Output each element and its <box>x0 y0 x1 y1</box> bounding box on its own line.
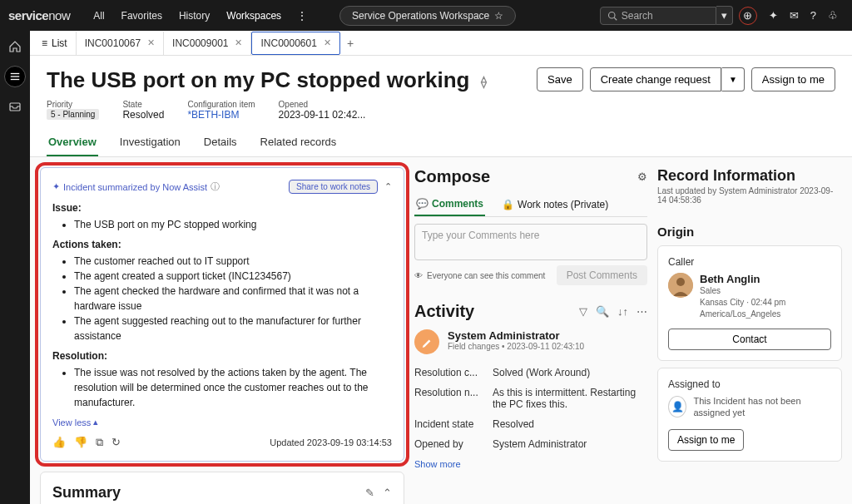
close-icon[interactable]: ✕ <box>324 37 331 48</box>
issue-item: The USB port on my PC stopped working <box>74 217 392 232</box>
resolution-heading: Resolution: <box>52 350 392 362</box>
record-information: Record Information Last updated by Syste… <box>657 167 842 205</box>
copy-icon[interactable]: ⧉ <box>96 436 103 449</box>
page-title: The USB port on my PC stopped working ⟠ <box>47 67 487 93</box>
create-change-button[interactable]: Create change request <box>590 67 721 91</box>
tab-list[interactable]: ≡ List <box>33 32 77 55</box>
chevron-up-icon[interactable]: ⌃ <box>384 181 392 192</box>
compose-tab-worknotes[interactable]: 🔒Work notes (Private) <box>500 193 610 216</box>
meta-priority: Priority 5 - Planning <box>47 100 99 121</box>
sort-icon[interactable]: ↓↑ <box>617 305 628 318</box>
left-rail <box>0 31 30 504</box>
visibility-note: 👁 Everyone can see this comment <box>414 271 545 280</box>
subtabs: Overview Investigation Details Related r… <box>30 129 852 157</box>
globe-icon[interactable]: ⊕ <box>733 7 763 25</box>
tab-inc0000601[interactable]: INC0000601✕ <box>251 32 339 55</box>
search-icon <box>607 11 617 21</box>
sparkle-icon[interactable]: ✦ <box>763 9 784 22</box>
action-item: The customer reached out to IT support <box>74 254 392 269</box>
thumbs-up-icon[interactable]: 👍 <box>52 436 66 449</box>
assign-to-me-button[interactable]: Assign to me <box>668 429 744 451</box>
now-assist-card: ✦ Incident summarized by Now Assist ⓘ Sh… <box>40 167 404 462</box>
chat-icon[interactable]: ✉ <box>784 9 805 22</box>
svg-line-1 <box>614 17 617 20</box>
record-header: The USB port on my PC stopped working ⟠ … <box>30 56 852 93</box>
global-search[interactable]: Search <box>600 7 716 25</box>
issue-heading: Issue: <box>52 202 392 214</box>
subtab-related[interactable]: Related records <box>259 129 339 156</box>
tab-inc0010067[interactable]: INC0010067✕ <box>77 32 164 55</box>
thumbs-down-icon[interactable]: 👎 <box>74 436 87 449</box>
meta-state: State Resolved <box>122 100 164 121</box>
resolution-item: The issue was not resolved by the action… <box>74 365 392 410</box>
bell-icon[interactable]: ♧ <box>822 9 844 22</box>
list-icon[interactable] <box>4 66 26 87</box>
caller-name[interactable]: Beth Anglin <box>700 273 785 285</box>
compose-settings-icon[interactable]: ⚙ <box>637 170 647 183</box>
ci-link[interactable]: *BETH-IBM <box>187 109 255 121</box>
workspace-pill[interactable]: Service Operations Workspace ☆ <box>339 6 516 26</box>
chat-icon: 💬 <box>416 198 428 210</box>
filter-icon[interactable]: ▽ <box>579 305 587 318</box>
new-tab-icon[interactable]: + <box>340 37 360 50</box>
record-info-subtitle: Last updated by System Administrator 202… <box>657 186 842 205</box>
share-to-work-notes-button[interactable]: Share to work notes <box>289 180 378 194</box>
search-icon[interactable]: 🔍 <box>596 305 609 318</box>
subtab-investigation[interactable]: Investigation <box>118 129 182 156</box>
tab-inc0009001[interactable]: INC0009001✕ <box>164 32 251 55</box>
sparkle-icon: ✦ <box>52 181 60 192</box>
refresh-icon[interactable]: ↻ <box>111 436 121 449</box>
caller-label: Caller <box>668 256 831 268</box>
tag-icon[interactable]: ⟠ <box>481 75 487 88</box>
topnav: servicenow All Favorites History Workspa… <box>0 0 852 31</box>
origin-heading: Origin <box>657 225 842 239</box>
field-changes: Resolution c...Solved (Work Around) Reso… <box>414 363 647 454</box>
user-icon: 👤 <box>668 396 686 418</box>
create-change-dropdown-icon[interactable]: ▼ <box>721 67 745 91</box>
post-comments-button[interactable]: Post Comments <box>557 265 647 285</box>
home-icon[interactable] <box>4 36 26 57</box>
show-more-link[interactable]: Show more <box>414 459 647 469</box>
avatar <box>668 273 693 298</box>
svg-point-7 <box>676 278 685 286</box>
nav-more-icon[interactable]: ⋮ <box>290 9 315 22</box>
inbox-icon[interactable] <box>4 96 26 117</box>
assigned-card: Assigned to 👤 This Incident has not been… <box>657 368 842 462</box>
tabstrip: ≡ List INC0010067✕ INC0009001✕ INC000060… <box>30 31 852 56</box>
close-icon[interactable]: ✕ <box>235 37 242 48</box>
caller-dept: Sales <box>700 285 785 297</box>
subtab-overview[interactable]: Overview <box>47 129 98 156</box>
comment-input[interactable]: Type your Comments here <box>414 224 647 260</box>
assigned-label: Assigned to <box>668 378 831 390</box>
nav-favorites[interactable]: Favorites <box>113 10 171 22</box>
activity-heading: Activity <box>414 302 474 321</box>
activity-entry: System Administrator Field changes • 202… <box>414 329 647 354</box>
info-icon[interactable]: ⓘ <box>211 180 220 193</box>
compose-tab-comments[interactable]: 💬Comments <box>414 193 485 216</box>
action-item: The agent suggested reaching out to the … <box>74 314 392 343</box>
search-dropdown-icon[interactable]: ▾ <box>716 6 733 25</box>
view-less-link[interactable]: View less▴ <box>52 417 392 427</box>
caller-tz: America/Los_Angeles <box>700 309 785 320</box>
nav-workspaces[interactable]: Workspaces <box>218 10 290 22</box>
main: ≡ List INC0010067✕ INC0009001✕ INC000060… <box>30 31 852 504</box>
logo[interactable]: servicenow <box>8 8 70 22</box>
assign-to-me-button[interactable]: Assign to me <box>751 67 835 91</box>
chevron-up-icon[interactable]: ⌃ <box>383 487 392 499</box>
actions-heading: Actions taken: <box>52 239 392 250</box>
help-icon[interactable]: ? <box>805 9 822 22</box>
record-meta: Priority 5 - Planning State Resolved Con… <box>30 93 852 129</box>
star-icon: ☆ <box>494 10 503 22</box>
save-button[interactable]: Save <box>537 67 583 91</box>
subtab-details[interactable]: Details <box>202 129 239 156</box>
nav-history[interactable]: History <box>171 10 218 22</box>
eye-icon: 👁 <box>414 271 423 280</box>
summary-heading: Summary <box>52 484 121 502</box>
close-icon[interactable]: ✕ <box>147 37 155 48</box>
action-item: The agent created a support ticket (INC1… <box>74 269 392 284</box>
nav-all[interactable]: All <box>85 10 112 22</box>
contact-button[interactable]: Contact <box>668 329 831 350</box>
action-item: The agent checked the hardware and confi… <box>74 284 392 314</box>
edit-icon[interactable]: ✎ <box>365 487 374 499</box>
more-icon[interactable]: ⋯ <box>637 305 647 318</box>
